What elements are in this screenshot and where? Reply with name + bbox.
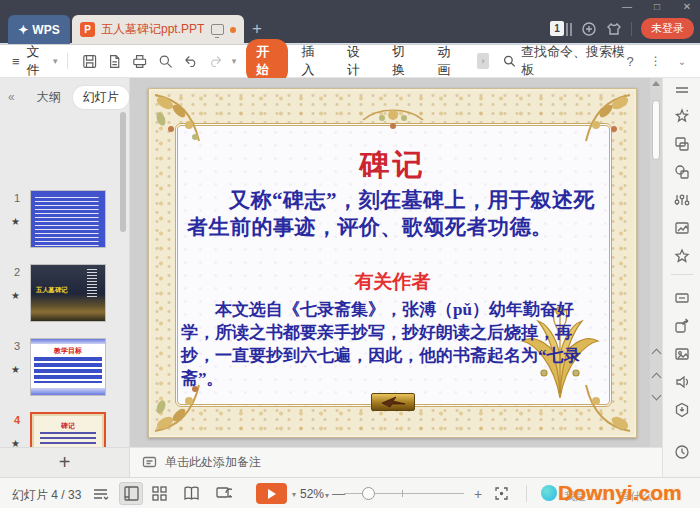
statusbar-divider	[526, 485, 527, 502]
thumbnail-scrollbar[interactable]	[120, 112, 126, 232]
tab-slides[interactable]: 幻灯片	[73, 86, 129, 109]
slide-counter[interactable]: 幻灯片 4 / 33	[12, 487, 81, 504]
minimize-button[interactable]: —	[618, 1, 636, 12]
zoom-percentage[interactable]: 52%	[300, 487, 324, 501]
animation-star-icon: ★	[11, 364, 20, 375]
presentation-file-icon: P	[80, 22, 95, 37]
panel-collapse-button[interactable]: «	[8, 90, 15, 104]
fit-to-window-button[interactable]	[494, 486, 509, 501]
share-icon[interactable]	[674, 318, 690, 334]
quick-toolbar-caret-icon[interactable]: ▾	[232, 56, 237, 66]
picture-icon[interactable]	[674, 346, 690, 362]
slide-subtitle[interactable]: 有关作者	[149, 269, 636, 295]
more-menu-button[interactable]: ⋮	[650, 54, 662, 68]
image-tools-icon[interactable]	[674, 220, 690, 236]
login-button[interactable]: 未登录	[641, 18, 694, 39]
slide-paragraph-1[interactable]: 又称“碑志”，刻在墓碑上，用于叙述死者生前的事迹，评价、歌颂死者功德。	[187, 187, 607, 242]
animation-star-icon: ★	[11, 290, 20, 301]
adjust-sliders-icon[interactable]	[674, 192, 690, 208]
window-count-badge[interactable]: 1	[550, 21, 572, 36]
file-menu-caret-icon[interactable]: ▾	[53, 56, 58, 66]
editing-canvas[interactable]: 碑记 又称“碑志”，刻在墓碑上，用于叙述死者生前的事迹，评价、歌颂死者功德。 有…	[130, 78, 650, 447]
slideshow-settings-button[interactable]	[215, 485, 232, 502]
document-tab[interactable]: P 五人墓碑记ppt.PPT	[72, 15, 244, 44]
slide-thumbnail-2[interactable]: 五人墓碑记	[30, 264, 106, 322]
collapse-ribbon-button[interactable]: ⌄	[678, 56, 686, 67]
notes-placeholder[interactable]: 单击此处添加备注	[165, 454, 261, 471]
command-search[interactable]: 查找命令、搜索模板	[503, 43, 626, 79]
export-pdf-button[interactable]	[107, 53, 122, 70]
thumb2-vertical-text	[87, 269, 97, 299]
present-monitor-icon[interactable]	[211, 24, 224, 35]
scroll-up-button[interactable]	[650, 346, 662, 360]
smart-beautify-icon[interactable]	[674, 108, 690, 124]
audio-icon[interactable]	[674, 374, 690, 390]
slide-back-button[interactable]	[371, 393, 415, 411]
thumb2-title: 五人墓碑记	[36, 286, 68, 295]
task-lines-icon[interactable]	[674, 83, 690, 99]
scrollbar-thumb[interactable]	[652, 100, 660, 160]
close-button[interactable]: ✕	[678, 1, 696, 12]
tab-design[interactable]: 设计	[337, 39, 378, 83]
hamburger-icon[interactable]: ≡	[12, 54, 20, 69]
history-clock-icon[interactable]	[674, 444, 690, 460]
slide-layout-icon[interactable]	[674, 136, 690, 152]
tab-animation[interactable]: 动画	[427, 39, 468, 83]
thumb3-title: 教学目标	[31, 346, 105, 356]
canvas-scrollbar[interactable]	[650, 78, 662, 447]
favorites-star-icon[interactable]	[674, 248, 690, 264]
new-tab-button[interactable]: +	[252, 20, 262, 37]
file-menu[interactable]: 文件	[27, 43, 51, 79]
assistant-avatar[interactable]	[541, 485, 557, 501]
message-icon[interactable]	[581, 21, 597, 37]
tab-home[interactable]: 开始	[246, 39, 287, 83]
undo-button[interactable]	[183, 53, 198, 70]
slide-paragraph-2[interactable]: 本文选自《七录斋集》，张溥（pǔ）幼年勤奋好学，所读之书都要亲手抄写，抄好朗读之…	[181, 299, 591, 391]
normal-view-button[interactable]	[123, 485, 140, 502]
maximize-button[interactable]: □	[648, 1, 666, 12]
shapes-icon[interactable]	[674, 164, 690, 180]
tab-transition[interactable]: 切换	[382, 39, 423, 83]
reading-view-button[interactable]	[183, 485, 200, 502]
print-button[interactable]	[132, 53, 147, 70]
print-preview-button[interactable]	[158, 53, 173, 70]
play-options-caret-icon[interactable]: ▾	[292, 490, 296, 499]
wps-home-tab[interactable]: ✦ WPS	[8, 15, 70, 44]
help-button[interactable]: ?	[626, 54, 633, 69]
ribbon-expand-button[interactable]: ›	[477, 53, 490, 69]
slide-title[interactable]: 碑记	[149, 145, 636, 186]
scroll-up-icon[interactable]	[652, 81, 660, 86]
status-bar: 幻灯片 4 / 33 ▾ 52% ▾ — + 我是……！有什么…… Downyi…	[0, 477, 700, 508]
slide-sorter-view-button[interactable]	[151, 485, 168, 502]
add-slide-button[interactable]: +	[59, 451, 71, 474]
zoom-in-button[interactable]: +	[474, 486, 482, 502]
redo-button[interactable]	[208, 53, 223, 70]
document-tab-title: 五人墓碑记ppt.PPT	[101, 21, 205, 38]
zoom-slider-handle[interactable]	[362, 487, 375, 500]
textbox-icon[interactable]	[674, 290, 690, 306]
previous-slide-button[interactable]	[650, 368, 662, 382]
zoom-caret-icon[interactable]: ▾	[325, 491, 329, 500]
slide-thumbnail-3[interactable]: 教学目标	[30, 338, 106, 396]
stamp-seal-icon[interactable]	[674, 402, 690, 418]
play-icon	[268, 489, 276, 499]
slide-panel: « 大纲 幻灯片 1 ★ 2 ★ 五人墓碑记 3 ★ 教学目标 4	[0, 78, 130, 447]
save-button[interactable]	[82, 53, 97, 70]
badge-bars-icon	[566, 23, 572, 36]
play-slideshow-button[interactable]	[256, 483, 287, 504]
wps-logo-icon: ✦	[18, 23, 27, 37]
slide-number-selected: 4	[14, 414, 20, 426]
notes-icon	[142, 455, 157, 470]
titlebar-divider	[631, 22, 632, 36]
slide-number: 2	[14, 266, 20, 278]
tab-outline[interactable]: 大纲	[37, 89, 61, 106]
unsaved-dot-icon	[230, 27, 236, 33]
notes-bar[interactable]: 单击此处添加备注	[130, 447, 662, 477]
slide-thumbnail-1[interactable]	[30, 190, 106, 248]
next-slide-button[interactable]	[650, 390, 662, 404]
tab-insert[interactable]: 插入	[292, 39, 333, 83]
skin-theme-icon[interactable]	[606, 21, 622, 37]
display-options-icon[interactable]	[92, 485, 109, 502]
current-slide[interactable]: 碑记 又称“碑志”，刻在墓碑上，用于叙述死者生前的事迹，评价、歌颂死者功德。 有…	[148, 88, 637, 438]
back-arrow-icon	[380, 396, 406, 408]
